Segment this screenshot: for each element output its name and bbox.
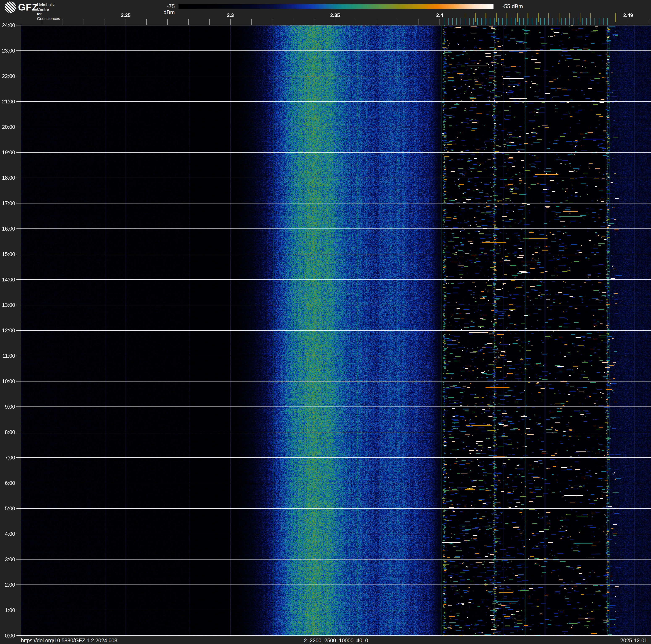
freq-minor-tick: [209, 19, 210, 25]
ble-channel-tick: [540, 18, 541, 25]
freq-minor-tick: [418, 19, 419, 25]
time-tick-label: 2:00: [0, 582, 15, 588]
wifi-channel-tick: [465, 13, 465, 22]
freq-minor-tick: [167, 19, 168, 25]
freq-minor-tick: [607, 19, 608, 25]
freq-minor-tick: [565, 19, 565, 25]
ble-channel-tick: [477, 18, 478, 25]
ble-channel-tick: [565, 18, 566, 25]
freq-minor-tick: [188, 19, 189, 25]
freq-minor-tick: [356, 19, 356, 25]
ble-channel-tick: [481, 18, 482, 25]
time-tick-label: 19:00: [0, 149, 15, 155]
ble-channel-tick: [515, 18, 516, 25]
freq-tick-label: 2.25: [121, 12, 131, 18]
freq-minor-tick: [293, 19, 293, 25]
ble-channel-tick: [469, 18, 470, 25]
ble-channel-tick: [532, 18, 532, 25]
spectrogram-canvas: [21, 25, 651, 636]
freq-minor-tick: [63, 19, 63, 25]
wifi-channel-tick: [569, 13, 570, 22]
wifi-channel-tick: [486, 13, 486, 22]
wifi-channel-tick: [548, 13, 549, 22]
time-tick-label: 14:00: [0, 276, 15, 283]
ble-channel-tick: [528, 18, 528, 25]
ble-channel-tick: [603, 18, 603, 25]
ble-channel-tick: [574, 18, 574, 25]
freq-minor-tick: [335, 19, 335, 25]
gfz-logo-icon: [5, 1, 16, 13]
ble-channel-tick: [557, 18, 557, 25]
time-tick-label: 23:00: [0, 48, 15, 54]
time-tick-label: 1:00: [0, 607, 15, 613]
time-tick-label: 15:00: [0, 251, 15, 257]
time-tick-label: 9:00: [0, 404, 15, 410]
date-label: 2025-12-01: [620, 638, 647, 643]
colorbar-min-label: -75 dBm: [156, 3, 175, 15]
freq-minor-tick: [502, 19, 503, 25]
ble-channel-tick: [582, 18, 583, 25]
gfz-logo-tagline-line2: for Geosciences: [37, 12, 60, 21]
ble-channel-tick: [465, 18, 465, 25]
freq-tick-label: 2.35: [330, 12, 340, 18]
ble-channel-tick: [536, 18, 536, 25]
freq-minor-tick: [272, 19, 272, 25]
freq-minor-tick: [461, 19, 461, 25]
wifi-channel-tick: [496, 13, 497, 22]
freq-tick-label: 2.4: [436, 12, 443, 18]
gfz-logo-tagline-line1: Helmholtz Centre: [37, 2, 60, 12]
wifi-channel-tick: [590, 13, 591, 22]
freq-minor-tick: [377, 19, 377, 25]
freq-minor-tick: [398, 19, 398, 25]
colorbar-max-label: -55 dBm: [502, 3, 523, 9]
freq-minor-tick: [146, 19, 147, 25]
ble-channel-tick: [594, 18, 595, 25]
time-tick-label: 4:00: [0, 531, 15, 537]
wifi-channel-tick: [559, 13, 559, 22]
freq-minor-tick: [628, 19, 628, 25]
doi-label: https://doi.org/10.5880/GFZ.1.2.2024.003: [21, 638, 117, 643]
ble-channel-tick: [473, 18, 474, 25]
freq-minor-tick: [544, 19, 545, 25]
colorbar-gradient: [179, 4, 494, 9]
time-tick-label: 17:00: [0, 200, 15, 206]
time-tick-label: 21:00: [0, 98, 15, 105]
ble-channel-tick: [461, 18, 461, 25]
freq-tick-label: 2.3: [227, 12, 234, 18]
ble-channel-tick: [494, 18, 495, 25]
ble-channel-tick: [590, 18, 591, 25]
time-tick-label: 22:00: [0, 73, 15, 79]
time-tick-label: 10:00: [0, 378, 15, 384]
time-tick-label: 18:00: [0, 175, 15, 181]
gfz-logo-tagline: Helmholtz Centre for Geosciences: [37, 2, 60, 21]
ble-channel-tick: [569, 18, 570, 25]
freq-minor-tick: [314, 19, 314, 25]
freq-tick-label: 2.49: [623, 12, 633, 18]
ble-channel-tick: [452, 18, 453, 25]
time-tick-label: 5:00: [0, 505, 15, 511]
time-tick-label: 12:00: [0, 327, 15, 333]
freq-minor-tick: [126, 19, 126, 25]
time-tick-label: 11:00: [0, 353, 15, 359]
freq-minor-tick: [649, 19, 649, 25]
freq-minor-tick: [21, 19, 21, 25]
time-tick-label: 0:00: [0, 633, 15, 639]
ble-channel-tick: [586, 18, 587, 25]
freq-minor-tick: [104, 19, 105, 25]
freq-minor-tick: [481, 19, 482, 25]
ble-channel-tick: [523, 18, 524, 25]
ble-channel-tick: [544, 18, 545, 25]
ble-channel-tick: [506, 18, 507, 25]
time-tick-label: 16:00: [0, 226, 15, 232]
freq-minor-tick: [251, 19, 252, 25]
gfz-logo-acronym: GFZ: [18, 2, 38, 12]
ble-channel-tick: [578, 18, 578, 25]
time-tick-label: 3:00: [0, 556, 15, 562]
wifi-channel-tick: [506, 13, 507, 22]
ble-channel-tick: [561, 18, 562, 25]
wifi-channel-tick: [517, 13, 518, 22]
time-tick-label: 7:00: [0, 455, 15, 461]
ble-channel-tick: [511, 18, 512, 25]
ble-channel-tick: [553, 18, 553, 25]
freq-minor-tick: [84, 19, 84, 25]
